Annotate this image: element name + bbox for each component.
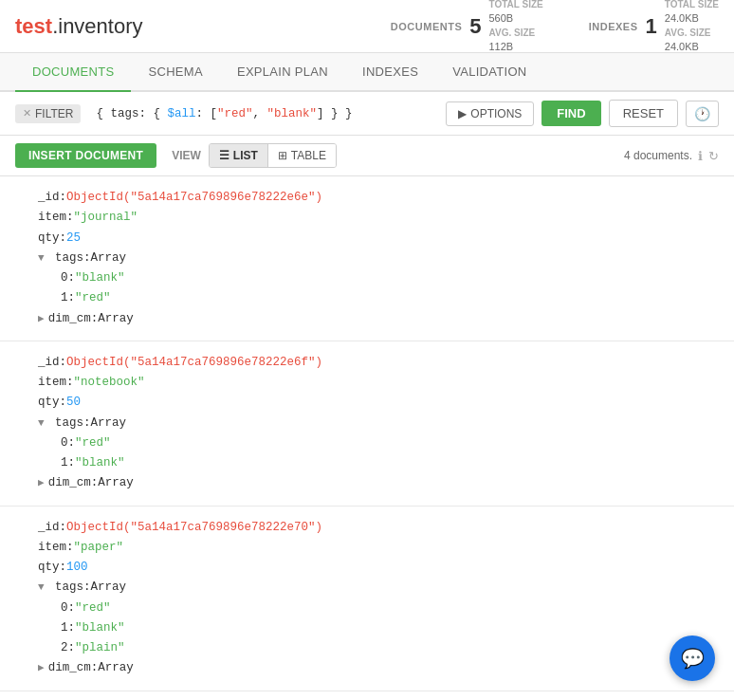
title-highlight: test <box>15 14 52 38</box>
chat-bubble[interactable]: 💬 <box>670 636 715 681</box>
documents-label: DOCUMENTS <box>391 21 462 32</box>
filter-query-text: { tags: { $all: ["red", "blank"] } } <box>96 107 352 120</box>
indexes-stat: INDEXES 1 TOTAL SIZE 24.0KB AVG. SIZE 24… <box>589 0 719 54</box>
tab-bar: DOCUMENTS SCHEMA EXPLAIN PLAN INDEXES VA… <box>0 53 734 92</box>
field-dim-cm: ▶ dim_cm: Array <box>38 473 719 493</box>
avg-size-idx-label: AVG. SIZE <box>665 27 719 40</box>
tags-item-1: 1: "blank" <box>38 453 719 473</box>
clock-icon: 🕐 <box>694 106 710 121</box>
title-rest: .inventory <box>52 14 142 38</box>
field-dim-cm: ▶ dim_cm: Array <box>38 309 719 329</box>
filter-toolbar: ✕ FILTER { tags: { $all: ["red", "blank"… <box>0 92 734 136</box>
documents-list: _id: ObjectId("5a14a17ca769896e78222e6e"… <box>0 176 734 700</box>
filter-query[interactable]: { tags: { $all: ["red", "blank"] } } <box>88 103 438 124</box>
table-label: TABLE <box>291 149 326 162</box>
action-bar: INSERT DOCUMENT VIEW ☰ LIST ⊞ TABLE 4 do… <box>0 136 734 176</box>
view-toggle: ☰ LIST ⊞ TABLE <box>209 143 337 168</box>
total-size-docs-val: 560B <box>488 11 542 26</box>
tags-item-1: 1: "red" <box>38 288 719 308</box>
field-qty: qty: 50 <box>38 393 719 413</box>
history-button[interactable]: 🕐 <box>686 101 719 127</box>
field-id: _id: ObjectId("5a14a17ca769896e78222e6f"… <box>38 353 719 373</box>
total-size-docs-label: TOTAL SIZE <box>488 0 542 11</box>
collapse-toggle[interactable]: ▼ <box>38 579 51 597</box>
list-label: LIST <box>233 149 258 162</box>
app-header: test.inventory DOCUMENTS 5 TOTAL SIZE 56… <box>0 0 734 53</box>
avg-size-docs-val: 112B <box>488 40 542 54</box>
table-icon: ⊞ <box>278 149 287 162</box>
table-row: _id: ObjectId("5a14a17ca769896e78222e6f"… <box>0 341 734 507</box>
documents-count: 5 <box>469 14 481 39</box>
tags-item-0: 0: "blank" <box>38 268 719 288</box>
filter-badge[interactable]: ✕ FILTER <box>15 104 81 123</box>
indexes-info: TOTAL SIZE 24.0KB AVG. SIZE 24.0KB <box>665 0 719 54</box>
tab-indexes[interactable]: INDEXES <box>345 53 435 92</box>
expand-toggle[interactable]: ▶ <box>38 474 45 492</box>
table-row: _id: ObjectId("5a14a17ca769896e78222e70"… <box>0 507 734 691</box>
field-id: _id: ObjectId("5a14a17ca769896e78222e70"… <box>38 518 719 538</box>
field-qty: qty: 25 <box>38 229 719 249</box>
collapse-toggle[interactable]: ▼ <box>38 414 51 433</box>
tab-documents[interactable]: DOCUMENTS <box>15 53 131 92</box>
indexes-label: INDEXES <box>589 21 638 32</box>
collapse-toggle[interactable]: ▼ <box>38 249 51 267</box>
insert-document-button[interactable]: INSERT DOCUMENT <box>15 143 156 168</box>
field-item: item: "notebook" <box>38 373 719 393</box>
list-view-button[interactable]: ☰ LIST <box>210 144 268 167</box>
field-tags: ▼ tags: Array <box>38 249 719 268</box>
table-row: _id: ObjectId("5a14a17ca769896e78222e6e"… <box>0 176 734 341</box>
field-tags: ▼ tags: Array <box>38 414 719 433</box>
documents-stat: DOCUMENTS 5 TOTAL SIZE 560B AVG. SIZE 11… <box>391 0 543 54</box>
reset-button[interactable]: RESET <box>609 100 678 127</box>
avg-size-idx-val: 24.0KB <box>665 40 719 54</box>
table-view-button[interactable]: ⊞ TABLE <box>268 144 336 167</box>
filter-label: FILTER <box>35 107 73 120</box>
total-size-idx-label: TOTAL SIZE <box>665 0 719 11</box>
documents-info: TOTAL SIZE 560B AVG. SIZE 112B <box>488 0 542 54</box>
tags-item-0: 0: "red" <box>38 599 719 618</box>
table-row: _id: ObjectId("5a14a17ca769896e78222e71"… <box>0 691 734 701</box>
app-title: test.inventory <box>15 14 391 39</box>
chat-icon: 💬 <box>681 647 705 670</box>
field-tags: ▼ tags: Array <box>38 578 719 598</box>
refresh-icon[interactable]: ↻ <box>708 149 719 163</box>
expand-toggle[interactable]: ▶ <box>38 659 45 677</box>
doc-count: 4 documents. ℹ ↻ <box>624 149 719 163</box>
field-qty: qty: 100 <box>38 558 719 578</box>
avg-size-docs-label: AVG. SIZE <box>488 27 542 40</box>
options-label: OPTIONS <box>470 107 522 120</box>
tags-item-1: 1: "blank" <box>38 618 719 638</box>
field-item: item: "journal" <box>38 208 719 228</box>
options-button[interactable]: ▶ OPTIONS <box>446 101 534 126</box>
list-icon: ☰ <box>219 149 229 162</box>
filter-x[interactable]: ✕ <box>23 107 31 120</box>
info-icon[interactable]: ℹ <box>698 149 703 163</box>
tab-validation[interactable]: VALIDATION <box>435 53 543 92</box>
field-id: _id: ObjectId("5a14a17ca769896e78222e6e"… <box>38 188 719 208</box>
view-label: VIEW <box>172 149 201 162</box>
doc-count-text: 4 documents. <box>624 149 692 162</box>
tab-explain[interactable]: EXPLAIN PLAN <box>220 53 345 92</box>
tags-item-2: 2: "plain" <box>38 638 719 658</box>
field-dim-cm: ▶ dim_cm: Array <box>38 658 719 678</box>
arrow-icon: ▶ <box>458 107 467 120</box>
tab-schema[interactable]: SCHEMA <box>131 53 219 92</box>
total-size-idx-val: 24.0KB <box>665 11 719 26</box>
header-stats: DOCUMENTS 5 TOTAL SIZE 560B AVG. SIZE 11… <box>391 0 719 54</box>
field-item: item: "paper" <box>38 538 719 558</box>
find-button[interactable]: FIND <box>541 101 600 126</box>
expand-toggle[interactable]: ▶ <box>38 310 45 328</box>
tags-item-0: 0: "red" <box>38 433 719 453</box>
indexes-count: 1 <box>646 14 657 39</box>
